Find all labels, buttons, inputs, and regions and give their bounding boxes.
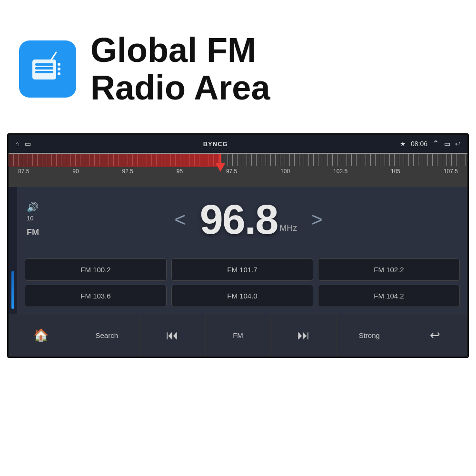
prev-frequency-button[interactable]: < <box>175 209 186 230</box>
svg-rect-1 <box>35 63 53 66</box>
prev-button[interactable]: ⏮ <box>140 314 206 357</box>
frequency-value: 96.8 <box>200 196 278 243</box>
back-toolbar-icon: ↩ <box>430 328 440 343</box>
strong-label: Strong <box>359 331 380 339</box>
screen-status-icon[interactable]: ▭ <box>25 140 31 148</box>
presets-row-1: FM 100.2 FM 101.7 FM 102.2 <box>25 258 460 281</box>
radio-content: 🔊 10 FM < 96.8MHz > FM 100.2 FM 101.7 <box>17 187 467 314</box>
skip-prev-icon: ⏮ <box>166 328 178 343</box>
next-frequency-button[interactable]: > <box>311 209 322 230</box>
preset-button-4[interactable]: FM 103.6 <box>25 285 167 307</box>
strong-button[interactable]: Strong <box>337 314 402 357</box>
time-display: 08:06 <box>411 140 427 148</box>
app-title: Global FM Radio Area <box>90 31 270 107</box>
back-toolbar-button[interactable]: ↩ <box>402 314 467 357</box>
preset-button-6[interactable]: FM 104.2 <box>318 285 460 307</box>
radio-main-display: 🔊 10 FM < 96.8MHz > <box>17 187 467 254</box>
ruler-cursor-arrow <box>216 163 225 172</box>
svg-rect-3 <box>35 71 53 73</box>
preset-button-2[interactable]: FM 101.7 <box>171 258 313 281</box>
svg-point-7 <box>58 72 60 75</box>
status-bar: ⌂ ▭ BYNCG ★ 08:06 ⌃ ▭ ↩ <box>9 135 467 153</box>
app-icon <box>19 40 76 98</box>
volume-level-text: 10 <box>27 215 33 222</box>
presets-container: FM 100.2 FM 101.7 FM 102.2 FM 103.6 FM 1… <box>17 254 467 314</box>
next-button[interactable]: ⏭ <box>271 314 337 357</box>
expand-icon[interactable]: ⌃ <box>432 139 439 149</box>
cast-icon[interactable]: ▭ <box>444 140 450 148</box>
volume-bar-fill <box>11 271 14 309</box>
brand-label: BYNCG <box>203 140 228 148</box>
side-volume-bar <box>9 187 17 314</box>
bluetooth-icon: ★ <box>400 140 406 148</box>
radio-wrapper: 🔊 10 FM < 96.8MHz > FM 100.2 FM 101.7 <box>9 187 467 314</box>
radio-left-panel: 🔊 10 FM <box>27 201 39 238</box>
ruler-gradient <box>9 154 219 167</box>
back-icon[interactable]: ↩ <box>455 140 461 148</box>
status-left-icons: ⌂ ▭ <box>15 140 31 148</box>
search-button[interactable]: Search <box>74 314 140 357</box>
home-status-icon[interactable]: ⌂ <box>15 140 19 148</box>
preset-button-5[interactable]: FM 104.0 <box>171 285 313 307</box>
home-button[interactable]: 🏠 <box>9 314 74 357</box>
svg-line-4 <box>51 52 56 60</box>
volume-speaker-icon: 🔊 <box>27 201 39 213</box>
top-header: Global FM Radio Area <box>0 0 476 133</box>
frequency-unit: MHz <box>279 223 297 233</box>
frequency-ruler[interactable]: 87.5 90 92.5 95 97.5 100 102.5 105 107.5 <box>9 153 467 187</box>
bottom-toolbar: 🏠 Search ⏮ FM ⏭ Strong ↩ <box>9 314 467 357</box>
preset-button-1[interactable]: FM 100.2 <box>25 258 167 281</box>
fm-mode-button[interactable]: FM <box>206 314 271 357</box>
device-screen: ⌂ ▭ BYNCG ★ 08:06 ⌃ ▭ ↩ 87.5 90 92.5 95 … <box>7 133 469 358</box>
skip-next-icon: ⏭ <box>298 328 310 343</box>
frequency-display: 96.8MHz <box>200 198 297 240</box>
home-icon: 🏠 <box>33 328 49 343</box>
ruler-bar <box>9 153 467 166</box>
ruler-labels: 87.5 90 92.5 95 97.5 100 102.5 105 107.5 <box>9 166 467 175</box>
svg-point-5 <box>58 63 60 66</box>
search-label: Search <box>96 331 119 339</box>
svg-point-6 <box>58 68 60 70</box>
presets-row-2: FM 103.6 FM 104.0 FM 104.2 <box>25 285 460 307</box>
svg-rect-2 <box>35 67 53 69</box>
band-label: FM <box>27 228 39 238</box>
fm-mode-label: FM <box>233 331 243 339</box>
status-right-area: ★ 08:06 ⌃ ▭ ↩ <box>400 139 461 149</box>
radio-center-panel: < 96.8MHz > <box>39 198 458 240</box>
preset-button-3[interactable]: FM 102.2 <box>318 258 460 281</box>
